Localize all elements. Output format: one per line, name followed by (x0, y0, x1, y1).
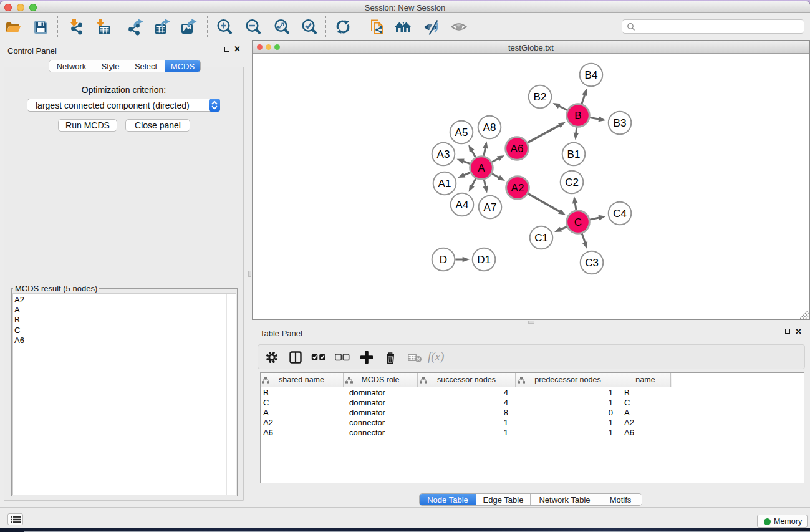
svg-text:B1: B1 (567, 148, 581, 160)
svg-text:A: A (478, 162, 485, 174)
svg-text:D1: D1 (477, 254, 491, 266)
svg-text:f(x): f(x) (428, 351, 444, 364)
svg-text:C1: C1 (534, 232, 548, 244)
svg-text:B4: B4 (585, 69, 598, 81)
svg-text:A7: A7 (484, 201, 497, 213)
svg-text:A4: A4 (456, 199, 469, 211)
svg-text:A2: A2 (511, 182, 524, 194)
svg-text:D: D (440, 254, 447, 266)
svg-text:C: C (574, 216, 582, 228)
svg-text:B: B (574, 110, 581, 122)
svg-text:A3: A3 (437, 148, 450, 160)
svg-text:A5: A5 (455, 127, 468, 138)
svg-text:B3: B3 (614, 117, 627, 129)
svg-text:B2: B2 (534, 91, 547, 103)
svg-text:C3: C3 (585, 257, 599, 269)
svg-text:A6: A6 (511, 143, 524, 155)
svg-text:C4: C4 (613, 208, 627, 220)
svg-text:C2: C2 (565, 177, 579, 188)
svg-text:A8: A8 (483, 122, 496, 133)
svg-text:A1: A1 (438, 178, 451, 190)
